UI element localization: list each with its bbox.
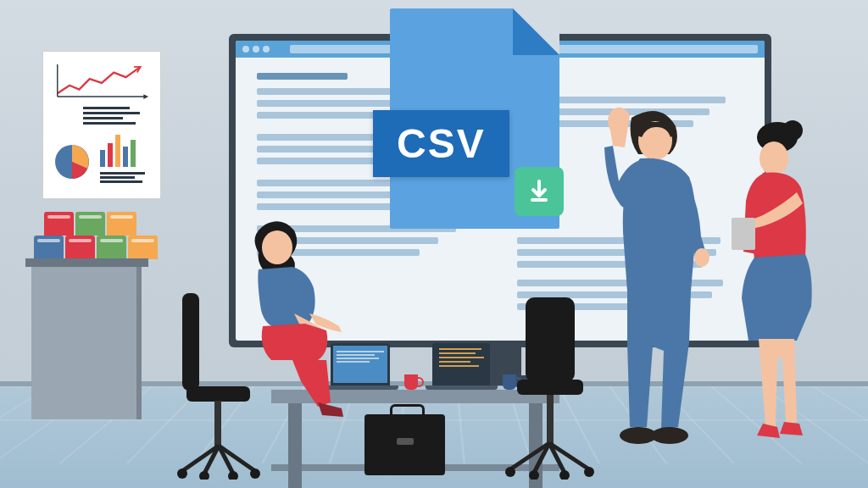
download-icon — [515, 167, 564, 216]
svg-point-17 — [559, 470, 570, 480]
line-chart-icon — [53, 62, 150, 100]
poster-text-lines — [83, 107, 150, 125]
binders-stack — [34, 212, 159, 259]
bar-chart-icon — [100, 133, 150, 167]
red-mug — [404, 374, 418, 390]
svg-point-26 — [760, 141, 788, 175]
svg-point-8 — [199, 471, 209, 480]
svg-rect-27 — [732, 218, 755, 250]
svg-point-10 — [250, 469, 260, 479]
svg-point-19 — [262, 230, 292, 264]
office-illustration: CSV — [0, 0, 868, 488]
filing-cabinet — [25, 258, 148, 419]
csv-label: CSV — [373, 110, 509, 177]
wall-chart-poster — [42, 51, 161, 199]
blue-mug — [503, 374, 516, 390]
standing-man — [581, 105, 725, 464]
pie-chart-icon — [53, 143, 92, 181]
seated-woman — [216, 212, 360, 427]
svg-point-25 — [782, 120, 803, 141]
svg-point-16 — [529, 470, 539, 480]
svg-point-7 — [177, 469, 187, 479]
csv-file-icon: CSV — [390, 8, 559, 229]
briefcase — [364, 414, 445, 475]
laptop-right — [432, 343, 498, 390]
svg-point-9 — [228, 471, 238, 480]
svg-point-15 — [505, 467, 515, 477]
svg-point-18 — [584, 467, 594, 477]
svg-point-23 — [620, 427, 657, 444]
svg-point-21 — [694, 248, 709, 267]
standing-woman — [716, 120, 835, 463]
